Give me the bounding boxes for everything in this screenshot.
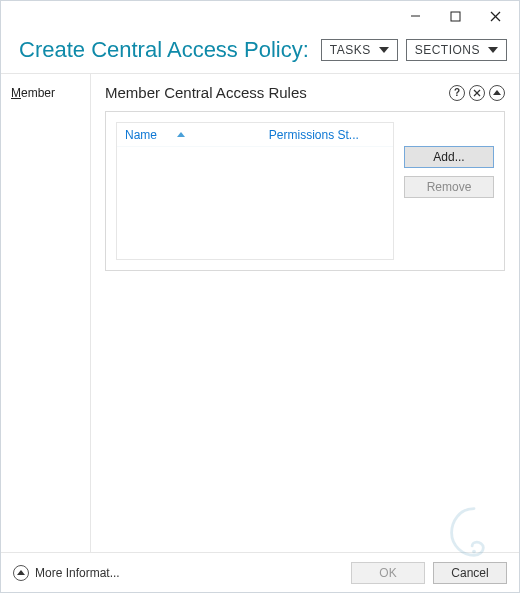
rules-button-column: Add... Remove <box>404 122 494 260</box>
sidebar-item-member[interactable]: Member <box>11 86 80 100</box>
chevron-up-icon <box>13 565 29 581</box>
remove-button-label: Remove <box>427 180 472 194</box>
sections-dropdown-label: SECTIONS <box>415 43 480 57</box>
add-button[interactable]: Add... <box>404 146 494 168</box>
svg-rect-1 <box>451 12 460 21</box>
tasks-dropdown-label: TASKS <box>330 43 371 57</box>
help-icon[interactable]: ? <box>449 85 465 101</box>
collapse-section-icon[interactable] <box>489 85 505 101</box>
page-title: Create Central Access Policy: <box>19 37 309 63</box>
cancel-button[interactable]: Cancel <box>433 562 507 584</box>
body: Member Member Central Access Rules ? Na <box>1 73 519 552</box>
minimize-button[interactable] <box>395 3 435 29</box>
cancel-button-label: Cancel <box>451 566 488 580</box>
tasks-dropdown[interactable]: TASKS <box>321 39 398 61</box>
sidebar: Member <box>1 74 91 552</box>
sort-asc-icon <box>177 132 185 137</box>
main-panel: Member Central Access Rules ? Name <box>91 74 519 552</box>
sidebar-item-label: ember <box>21 86 55 100</box>
maximize-button[interactable] <box>435 3 475 29</box>
column-header-name[interactable]: Name <box>117 124 261 146</box>
column-header-permissions-label: Permissions St... <box>269 128 359 142</box>
rules-list[interactable]: Name Permissions St... <box>116 122 394 260</box>
sections-dropdown[interactable]: SECTIONS <box>406 39 507 61</box>
titlebar <box>1 1 519 31</box>
add-button-label: Add... <box>433 150 464 164</box>
list-header: Name Permissions St... <box>117 123 393 147</box>
chevron-up-icon <box>493 90 501 95</box>
footer: More Informat... OK Cancel <box>1 552 519 592</box>
chevron-down-icon <box>488 47 498 53</box>
column-header-name-label: Name <box>125 128 157 142</box>
column-header-permissions[interactable]: Permissions St... <box>261 124 393 146</box>
more-information-label: More Informat... <box>35 566 120 580</box>
remove-button[interactable]: Remove <box>404 176 494 198</box>
section-title: Member Central Access Rules <box>105 84 445 101</box>
close-button[interactable] <box>475 3 515 29</box>
ok-button[interactable]: OK <box>351 562 425 584</box>
header: Create Central Access Policy: TASKS SECT… <box>1 31 519 73</box>
ok-button-label: OK <box>379 566 396 580</box>
chevron-down-icon <box>379 47 389 53</box>
window-frame: Create Central Access Policy: TASKS SECT… <box>0 0 520 593</box>
list-body <box>117 147 393 259</box>
more-information-expander[interactable]: More Informat... <box>13 565 120 581</box>
rules-frame: Name Permissions St... Add... Remov <box>105 111 505 271</box>
section-header: Member Central Access Rules ? <box>105 84 505 101</box>
close-section-icon[interactable] <box>469 85 485 101</box>
